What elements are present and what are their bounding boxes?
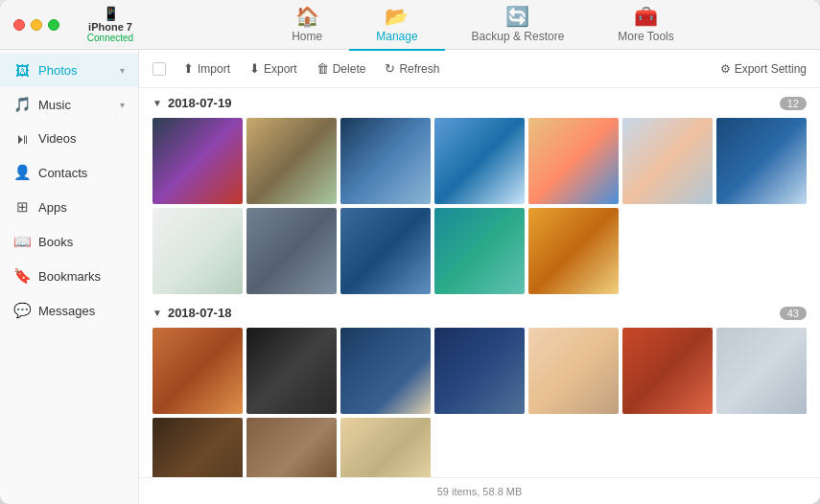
apps-icon: ⊞ xyxy=(13,198,31,216)
tab-manage[interactable]: 📂 Manage xyxy=(349,0,444,51)
delete-icon: 🗑 xyxy=(316,61,329,76)
tab-tools[interactable]: 🧰 More Tools xyxy=(591,0,700,51)
collapse-icon-2[interactable]: ▼ xyxy=(152,308,162,318)
close-button[interactable] xyxy=(13,19,25,31)
photo-row xyxy=(152,118,807,204)
device-icon: 📱 xyxy=(103,6,119,21)
sidebar-item-photos[interactable]: 🖼 Photos ▾ xyxy=(0,54,138,87)
device-status: Connected xyxy=(87,33,133,43)
photo-thumb[interactable] xyxy=(434,118,525,204)
export-label: Export xyxy=(264,62,297,76)
refresh-label: Refresh xyxy=(399,62,439,76)
photo-thumb[interactable] xyxy=(340,208,431,294)
music-icon: 🎵 xyxy=(13,96,31,113)
date-section-1: ▼ 2018-07-19 12 xyxy=(152,96,807,294)
delete-button[interactable]: 🗑 Delete xyxy=(309,57,374,80)
sidebar-books-label: Books xyxy=(38,235,73,249)
photo-thumb[interactable] xyxy=(246,418,337,477)
minimize-button[interactable] xyxy=(31,19,42,31)
gear-icon: ⚙ xyxy=(720,62,731,76)
export-button[interactable]: ⬇ Export xyxy=(242,57,305,80)
photo-thumb[interactable] xyxy=(152,328,243,414)
photo-grid-area[interactable]: ▼ 2018-07-19 12 xyxy=(139,88,820,477)
date-label-2: 2018-07-18 xyxy=(168,306,232,320)
photo-row xyxy=(152,208,807,294)
import-icon: ⬆ xyxy=(183,61,194,76)
books-icon: 📖 xyxy=(13,233,31,250)
photo-row xyxy=(152,418,807,477)
count-badge-1: 12 xyxy=(780,97,807,110)
tab-manage-label: Manage xyxy=(376,30,417,43)
home-icon: 🏠 xyxy=(295,5,319,28)
photo-thumb-empty xyxy=(622,418,713,477)
sidebar: 🖼 Photos ▾ 🎵 Music ▾ ⏯ Videos 👤 Contacts… xyxy=(0,50,139,504)
photo-thumb[interactable] xyxy=(622,118,713,204)
sidebar-item-contacts[interactable]: 👤 Contacts xyxy=(0,155,138,190)
maximize-button[interactable] xyxy=(48,19,59,31)
import-button[interactable]: ⬆ Import xyxy=(176,57,238,80)
tab-home[interactable]: 🏠 Home xyxy=(265,0,349,51)
photo-thumb-empty xyxy=(528,418,619,477)
photo-thumb[interactable] xyxy=(434,208,525,294)
messages-icon: 💬 xyxy=(13,302,31,319)
photo-thumb[interactable] xyxy=(716,118,807,204)
device-name: iPhone 7 xyxy=(88,21,132,33)
photo-thumb[interactable] xyxy=(152,208,243,294)
sidebar-videos-label: Videos xyxy=(38,131,77,146)
delete-label: Delete xyxy=(333,62,366,76)
photo-thumb[interactable] xyxy=(528,208,619,294)
sidebar-item-messages[interactable]: 💬 Messages xyxy=(0,293,138,328)
import-label: Import xyxy=(198,62,230,76)
toolbar: ⬆ Import ⬇ Export 🗑 Delete ↻ Refresh ⚙ xyxy=(139,50,820,88)
photo-thumb[interactable] xyxy=(152,418,243,477)
date-header-2: ▼ 2018-07-18 43 xyxy=(152,306,807,320)
sidebar-item-books[interactable]: 📖 Books xyxy=(0,224,138,259)
collapse-icon-1[interactable]: ▼ xyxy=(152,98,162,108)
count-badge-2: 43 xyxy=(780,307,807,320)
videos-icon: ⏯ xyxy=(13,130,31,147)
date-header-1: ▼ 2018-07-19 12 xyxy=(152,96,807,110)
tab-tools-label: More Tools xyxy=(618,30,673,43)
backup-icon: 🔄 xyxy=(505,5,529,28)
photo-thumb[interactable] xyxy=(246,328,337,414)
photo-thumb[interactable] xyxy=(246,208,337,294)
sidebar-apps-label: Apps xyxy=(38,200,67,215)
tab-backup[interactable]: 🔄 Backup & Restore xyxy=(445,0,592,51)
photos-chevron: ▾ xyxy=(120,65,125,76)
photo-thumb[interactable] xyxy=(528,118,619,204)
app-window: 📱 iPhone 7 Connected 🏠 Home 📂 Manage 🔄 B… xyxy=(0,0,820,504)
date-section-2: ▼ 2018-07-18 43 xyxy=(152,306,807,477)
photo-thumb[interactable] xyxy=(340,418,431,477)
manage-icon: 📂 xyxy=(385,5,409,28)
sidebar-item-bookmarks[interactable]: 🔖 Bookmarks xyxy=(0,259,138,293)
sidebar-item-apps[interactable]: ⊞ Apps xyxy=(0,190,138,224)
tab-backup-label: Backup & Restore xyxy=(472,30,565,43)
tools-icon: 🧰 xyxy=(634,5,658,28)
sidebar-bookmarks-label: Bookmarks xyxy=(38,269,101,284)
photo-thumb[interactable] xyxy=(152,118,243,204)
export-setting-button[interactable]: ⚙ Export Setting xyxy=(720,62,807,76)
refresh-button[interactable]: ↻ Refresh xyxy=(377,57,447,80)
photo-thumb[interactable] xyxy=(528,328,619,414)
photo-thumb[interactable] xyxy=(246,118,337,204)
nav-tabs: 🏠 Home 📂 Manage 🔄 Backup & Restore 🧰 Mor… xyxy=(146,0,820,51)
contacts-icon: 👤 xyxy=(13,164,31,181)
photo-thumb-empty xyxy=(716,208,807,294)
tab-home-label: Home xyxy=(292,30,322,43)
photo-row xyxy=(152,328,807,414)
photos-icon: 🖼 xyxy=(13,62,31,79)
status-bar: 59 items, 58.8 MB xyxy=(139,477,820,504)
photo-thumb-empty xyxy=(622,208,713,294)
photo-thumb[interactable] xyxy=(716,328,807,414)
status-text: 59 items, 58.8 MB xyxy=(437,486,523,497)
photo-thumb[interactable] xyxy=(340,118,431,204)
select-all-checkbox[interactable] xyxy=(152,62,166,76)
photo-thumb[interactable] xyxy=(622,328,713,414)
photo-thumb[interactable] xyxy=(434,328,525,414)
sidebar-music-label: Music xyxy=(38,98,71,112)
photo-thumb-empty xyxy=(716,418,807,477)
export-icon: ⬇ xyxy=(249,61,260,76)
sidebar-item-videos[interactable]: ⏯ Videos xyxy=(0,122,138,155)
sidebar-item-music[interactable]: 🎵 Music ▾ xyxy=(0,87,138,122)
photo-thumb[interactable] xyxy=(340,328,431,414)
